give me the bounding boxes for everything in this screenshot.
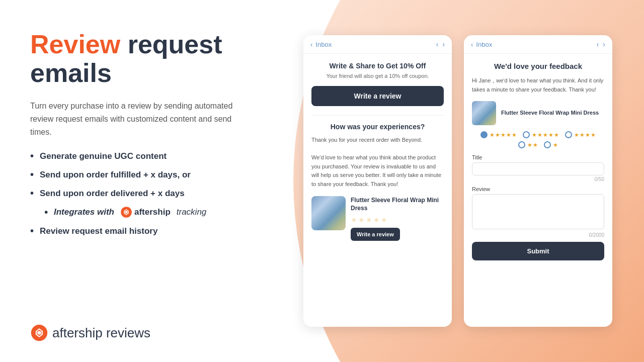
- mini-stars-4: ★★★★: [574, 132, 596, 138]
- mini-stars-1: ★: [553, 142, 558, 148]
- aftership-inline-logo: aftership: [120, 206, 171, 218]
- list-item: Generate genuine UGC content: [30, 150, 247, 162]
- left-panel: Review request emails Turn every purchas…: [0, 0, 272, 362]
- rating-5-stars-2[interactable]: ★★★★★: [523, 131, 559, 138]
- svg-point-3: [37, 331, 41, 334]
- radio-5-selected: [480, 131, 488, 138]
- title-input[interactable]: [472, 162, 604, 175]
- right-panel: ‹ Inbox ‹ › Write & Share to Get 10% Off…: [272, 0, 644, 362]
- title-char-count: 0/50: [472, 176, 604, 182]
- product-image-right: [472, 101, 496, 125]
- product-name-left: Flutter Sleeve Floral Wrap Mini Dress: [351, 196, 444, 213]
- list-item: Review request email history: [30, 225, 247, 237]
- nav-next-right[interactable]: ›: [603, 40, 605, 48]
- review-textarea[interactable]: [472, 194, 604, 229]
- star-4: ★: [373, 216, 380, 224]
- write-review-button-small[interactable]: Write a review: [351, 228, 400, 241]
- chevron-left-icon-right: ‹: [471, 41, 473, 48]
- star-3: ★: [366, 216, 372, 224]
- email-card-right: ‹ Inbox ‹ › We'd love your feedback Hi J…: [464, 35, 612, 327]
- email-header-right: ‹ Inbox ‹ ›: [464, 35, 612, 54]
- star-5: ★: [381, 216, 387, 224]
- integrates-row: Integrates with aftership tracking: [44, 206, 247, 218]
- star-1: ★: [351, 216, 357, 224]
- inbox-nav-left: ‹ ›: [436, 40, 445, 48]
- review-label: Review: [472, 186, 604, 192]
- write-review-button-large[interactable]: Write a review: [311, 86, 444, 106]
- list-item-text: Send upon order delivered + x days: [40, 189, 185, 199]
- description-text: Turn every purchase into a review by sen…: [30, 100, 247, 138]
- title-label: Title: [472, 154, 604, 160]
- chevron-left-icon: ‹: [310, 41, 312, 48]
- aftership-logo-text: aftership reviews: [52, 325, 150, 341]
- rating-row-2: ★★ ★: [472, 141, 604, 148]
- radio-4: [565, 131, 572, 138]
- mini-stars-5-2: ★★★★★: [532, 132, 559, 138]
- rating-row-1: ★★★★★ ★★★★★ ★★★★: [472, 131, 604, 138]
- product-row-left: Flutter Sleeve Floral Wrap Mini Dress ★ …: [311, 196, 444, 241]
- nav-next-left[interactable]: ›: [442, 40, 445, 48]
- product-row-right: Flutter Sleeve Floral Wrap Mini Dress: [472, 101, 604, 125]
- promo-subtitle: Your friend will also get a 10% off coup…: [311, 73, 444, 79]
- headline-highlight: Review: [30, 30, 120, 59]
- email-divider: [311, 115, 444, 116]
- review-char-count: 0/2000: [472, 232, 604, 238]
- submit-button[interactable]: Submit: [472, 242, 604, 260]
- aftership-brand-name: aftership: [134, 207, 171, 217]
- experiences-title: How was your experiences?: [311, 123, 444, 131]
- tracking-text: tracking: [177, 207, 207, 217]
- feedback-title: We'd love your feedback: [472, 62, 604, 70]
- main-headline: Review request emails: [30, 30, 247, 87]
- feedback-body: Hi Jane，we'd love to hear what you think…: [472, 76, 604, 94]
- nav-prev-left[interactable]: ‹: [436, 40, 439, 48]
- email-card-left: ‹ Inbox ‹ › Write & Share to Get 10% Off…: [303, 35, 452, 327]
- rating-2-stars[interactable]: ★★: [518, 141, 538, 148]
- inbox-label-right: ‹ Inbox: [471, 41, 492, 48]
- radio-5-2: [523, 131, 530, 138]
- rating-options: ★★★★★ ★★★★★ ★★★★: [472, 131, 604, 148]
- promo-title: Write & Share to Get 10% Off: [311, 62, 444, 70]
- bottom-logo: aftership reviews: [30, 324, 247, 342]
- product-name-right: Flutter Sleeve Floral Wrap Mini Dress: [501, 109, 599, 117]
- inbox-nav-right: ‹ ›: [597, 40, 605, 48]
- email-body-left: Write & Share to Get 10% Off Your friend…: [303, 54, 452, 254]
- integrates-text: Integrates with: [54, 207, 114, 217]
- star-2: ★: [358, 216, 365, 224]
- main-content: Review request emails Turn every purchas…: [30, 30, 247, 309]
- email-header-left: ‹ Inbox ‹ ›: [303, 35, 452, 54]
- svg-point-1: [125, 211, 128, 214]
- mini-stars-5-1: ★★★★★: [490, 132, 517, 138]
- email-body-text: Thank you for your recent order with Bey…: [311, 136, 444, 189]
- list-item-text: Generate genuine UGC content: [40, 151, 167, 161]
- rating-5-stars-selected[interactable]: ★★★★★: [480, 131, 517, 138]
- aftership-logo-icon: [30, 324, 48, 342]
- radio-1: [544, 141, 551, 148]
- logo-subtext: reviews: [103, 325, 150, 340]
- list-item-text: Send upon order fulfilled + x days, or: [40, 170, 191, 180]
- inbox-text-left: Inbox: [315, 41, 332, 48]
- logo-brand: aftership: [52, 325, 103, 340]
- product-image-left: [311, 196, 346, 230]
- nav-prev-right[interactable]: ‹: [597, 40, 599, 48]
- list-item: Send upon order fulfilled + x days, or: [30, 169, 247, 180]
- email-body-right: We'd love your feedback Hi Jane，we'd lov…: [464, 54, 612, 268]
- radio-2: [518, 141, 525, 148]
- list-item-text: Review request email history: [40, 226, 157, 236]
- mini-stars-2: ★★: [527, 142, 538, 148]
- product-info-left: Flutter Sleeve Floral Wrap Mini Dress ★ …: [351, 196, 444, 241]
- inbox-label-left: ‹ Inbox: [310, 41, 332, 48]
- stars-row-left: ★ ★ ★ ★ ★: [351, 216, 444, 224]
- product-img-inner: [311, 196, 346, 230]
- inbox-text-right: Inbox: [476, 41, 492, 48]
- rating-1-star[interactable]: ★: [544, 141, 558, 148]
- rating-4-stars[interactable]: ★★★★: [565, 131, 596, 138]
- feature-list: Generate genuine UGC content Send upon o…: [30, 150, 247, 237]
- aftership-icon: [120, 206, 132, 218]
- product-img-inner-right: [472, 101, 496, 125]
- list-item: Send upon order delivered + x days: [30, 188, 247, 199]
